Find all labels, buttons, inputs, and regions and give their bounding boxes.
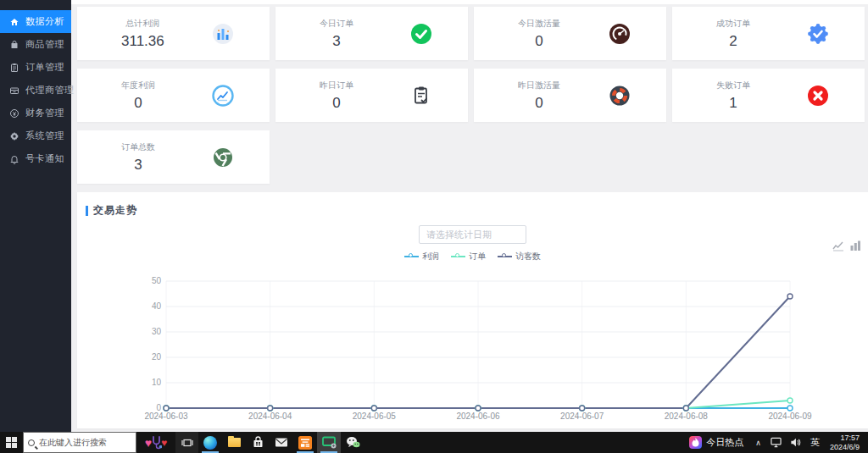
trend-line-chart[interactable]: 010203040502024-06-032024-06-042024-06-0… [77,274,868,425]
search-icon [28,439,35,446]
bar-chart-icon [212,23,234,45]
hearts-sticker-icon[interactable]: ♥ ♥ [136,432,175,453]
start-button[interactable] [0,432,23,453]
store-bag-icon [252,436,264,449]
sidebar-item-label: 财务管理 [25,107,64,119]
stat-value: 1 [716,95,750,112]
svg-text:2024-06-07: 2024-06-07 [560,412,604,421]
clock[interactable]: 17:57 2024/6/9 [825,434,868,452]
sidebar-item-label: 系统管理 [25,130,64,142]
stat-value: 0 [518,33,560,50]
svg-text:2024-06-05: 2024-06-05 [353,412,397,421]
stat-value: 311.36 [121,33,164,50]
windows-logo-icon [6,437,17,448]
stat-value: 2 [716,33,750,50]
stat-card-year-profit: 年度利润0 [77,69,270,122]
sidebar-item-label: 号卡通知 [25,152,64,165]
check-circle-icon [410,23,432,45]
stat-label: 总计利润 [121,18,164,30]
badge-check-icon [807,23,829,45]
svg-text:10: 10 [152,378,162,387]
sidebar: 数据分析 商品管理 订单管理 代理商管理 财务管理 系统管理 号卡通知 [0,0,71,432]
sidebar-item-goods[interactable]: 商品管理 [0,33,71,56]
stat-label: 订单总数 [121,141,155,153]
stat-card-yesterday-activations: 昨日激活量0 [474,69,666,122]
edge-icon [203,436,217,450]
svg-text:20: 20 [152,352,162,362]
mail-button[interactable] [270,432,293,453]
taskbar-search[interactable]: 在此键入进行搜索 [23,432,136,453]
stat-card-total-orders: 订单总数3 [77,130,270,184]
stat-label: 成功订单 [716,18,750,30]
legend-item[interactable]: 利润 [404,251,439,262]
chrome-icon [212,146,234,168]
legend-item[interactable]: 访客数 [498,251,541,262]
windows-taskbar: 在此键入进行搜索 ♥ ♥ 今日热点 [0,432,868,453]
sidebar-item-label: 订单管理 [25,61,64,74]
wechat-button[interactable] [341,432,364,453]
stat-label: 昨日订单 [320,80,353,91]
screen-share-button[interactable] [317,432,341,453]
finance-icon [8,108,19,119]
clipboard-check-icon [410,85,432,107]
sidebar-item-orders[interactable]: 订单管理 [0,56,71,79]
wechat-icon [346,436,360,449]
hotspot-news-button[interactable]: 今日热点 [682,436,750,449]
mail-envelope-icon [275,437,288,448]
stat-cards-grid: 总计利润311.36 今日订单3 今日激活量0 成功订单2 年度利润0 昨日订单… [77,7,868,184]
sidebar-item-agents[interactable]: 代理商管理 [0,79,71,102]
stat-label: 今日激活量 [518,18,560,30]
hot-news-icon [689,436,702,449]
screen-share-icon [322,436,337,449]
stat-card-total-profit: 总计利润311.36 [77,7,270,60]
desktop-screen: 数据分析 商品管理 订单管理 代理商管理 财务管理 系统管理 号卡通知 [0,0,868,453]
search-placeholder-text: 在此键入进行搜索 [39,437,107,449]
tray-expand-chevron[interactable]: ∧ [750,439,766,447]
microsoft-store-button[interactable] [246,432,270,453]
stat-value: 0 [518,95,560,112]
sidebar-item-card-notice[interactable]: 号卡通知 [0,147,71,170]
sidebar-item-finance[interactable]: 财务管理 [0,102,71,124]
panel-title: 交易走势 [93,203,137,218]
legend-item[interactable]: 订单 [451,251,486,262]
edge-browser-button[interactable] [198,432,222,453]
stat-value: 3 [320,33,353,50]
svg-text:2024-06-09: 2024-06-09 [768,412,812,421]
ime-indicator[interactable]: 英 [805,436,825,449]
file-explorer-button[interactable] [222,432,246,453]
stat-card-today-activations: 今日激活量0 [474,7,666,60]
sidebar-item-label: 商品管理 [25,38,64,51]
stat-value: 0 [320,95,353,112]
sunlogin-button[interactable] [293,432,317,453]
legend-marker [498,256,512,257]
gear-icon [8,130,19,141]
trend-panel: 交易走势 利润 订单 访客数 010203040502024-06-032024… [77,192,868,428]
top-strip [71,0,868,4]
line-chart-circle-icon [212,85,234,107]
sidebar-item-label: 数据分析 [25,15,64,28]
sunlogin-icon [298,436,312,450]
sidebar-item-data-analysis[interactable]: 数据分析 [0,10,71,33]
display-tray-icon[interactable] [766,437,786,448]
magic-type-bar-icon[interactable] [849,240,861,251]
home-icon [8,16,19,27]
legend-marker [451,256,465,257]
svg-text:2024-06-03: 2024-06-03 [144,412,188,421]
stat-card-failed-orders: 失败订单1 [672,69,865,122]
system-tray: 今日热点 ∧ 英 17:57 2024/6/9 [682,432,868,453]
date-picker-input[interactable] [419,225,526,244]
stat-label: 今日订单 [320,18,353,30]
svg-text:40: 40 [152,301,162,311]
sidebar-item-system[interactable]: 系统管理 [0,124,71,147]
stat-value: 0 [121,95,155,112]
clock-time: 17:57 [830,434,860,443]
magic-type-line-icon[interactable] [832,240,844,251]
error-circle-icon [807,85,829,107]
bell-icon [8,153,19,164]
sidebar-item-label: 代理商管理 [25,84,75,97]
agent-icon [8,85,19,96]
stat-label: 失败订单 [716,80,750,91]
task-view-button[interactable] [175,432,198,453]
volume-tray-icon[interactable] [786,437,805,448]
stat-label: 昨日激活量 [518,80,560,91]
